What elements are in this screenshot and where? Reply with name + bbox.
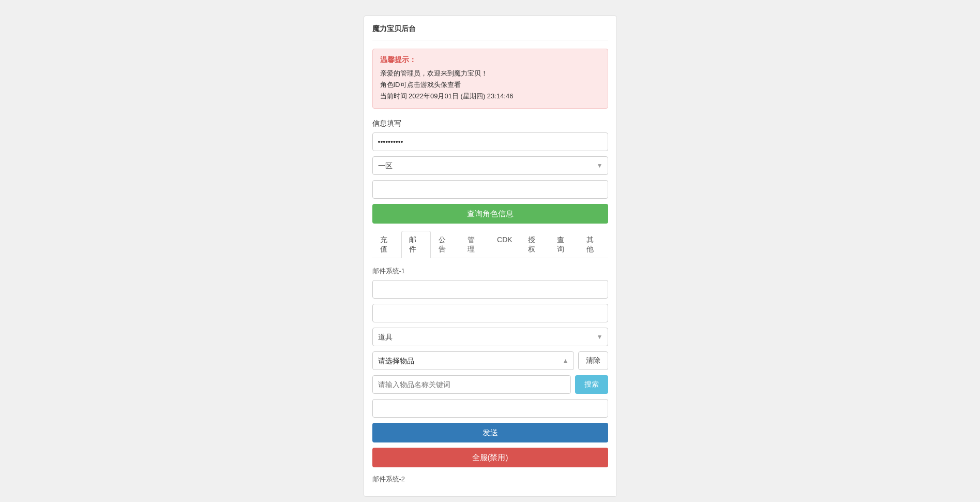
password-input[interactable] xyxy=(372,132,608,151)
alert-line1: 亲爱的管理员，欢迎来到魔力宝贝！ xyxy=(380,68,600,79)
query-button[interactable]: 查询角色信息 xyxy=(372,204,608,224)
full-server-button[interactable]: 全服(禁用) xyxy=(372,448,608,467)
alert-line2: 角色ID可点击游戏头像查看 xyxy=(380,79,600,91)
server-select-wrapper: 一区 二区 三区 ▼ xyxy=(372,156,608,175)
item-select-wrapper: 请选择物品 ▲ xyxy=(372,351,574,370)
tab-query[interactable]: 查询 xyxy=(549,231,579,258)
info-section-label: 信息填写 xyxy=(372,119,608,128)
item-type-select[interactable]: 道具 装备 材料 xyxy=(372,328,608,346)
tab-mail[interactable]: 邮件 xyxy=(401,231,431,258)
search-row: 搜索 xyxy=(372,375,608,394)
server-select[interactable]: 一区 二区 三区 xyxy=(372,156,608,175)
tab-cdk[interactable]: CDK xyxy=(489,231,520,258)
search-input[interactable] xyxy=(372,375,571,394)
role-id-input[interactable]: 1950001 xyxy=(372,180,608,199)
tab-announcement[interactable]: 公告 xyxy=(431,231,460,258)
main-container: 魔力宝贝后台 温馨提示： 亲爱的管理员，欢迎来到魔力宝贝！ 角色ID可点击游戏头… xyxy=(364,16,617,497)
tab-recharge[interactable]: 充值 xyxy=(372,231,402,258)
source-input[interactable]: 小皮源码网 xyxy=(372,304,608,322)
alert-body: 亲爱的管理员，欢迎来到魔力宝贝！ 角色ID可点击游戏头像查看 当前时间 2022… xyxy=(380,68,600,102)
tab-management[interactable]: 管理 xyxy=(460,231,489,258)
quantity-input[interactable]: 1 xyxy=(372,399,608,418)
mail-section1-label: 邮件系统-1 xyxy=(372,267,608,276)
search-button[interactable]: 搜索 xyxy=(575,375,608,394)
page-title: 魔力宝贝后台 xyxy=(372,24,608,40)
alert-title: 温馨提示： xyxy=(380,55,600,65)
item-select[interactable]: 请选择物品 xyxy=(372,351,574,370)
tab-other[interactable]: 其他 xyxy=(579,231,608,258)
gm-mail-input[interactable]: GM邮件 xyxy=(372,280,608,299)
send-button[interactable]: 发送 xyxy=(372,423,608,442)
clear-button[interactable]: 清除 xyxy=(578,351,608,370)
alert-line3: 当前时间 2022年09月01日 (星期四) 23:14:46 xyxy=(380,91,600,102)
item-select-row: 请选择物品 ▲ 清除 xyxy=(372,351,608,370)
tabs-container: 充值 邮件 公告 管理 CDK 授权 查询 其他 xyxy=(372,231,608,258)
alert-box: 温馨提示： 亲爱的管理员，欢迎来到魔力宝贝！ 角色ID可点击游戏头像查看 当前时… xyxy=(372,49,608,109)
tab-auth[interactable]: 授权 xyxy=(520,231,550,258)
item-type-select-wrapper: 道具 装备 材料 ▼ xyxy=(372,328,608,346)
mail-section2-label: 邮件系统-2 xyxy=(372,475,608,484)
